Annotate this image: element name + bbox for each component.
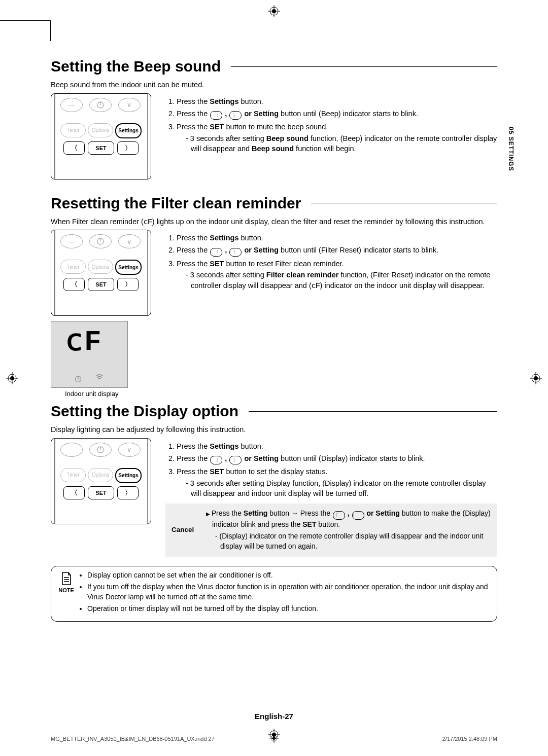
page-number: English-27 xyxy=(0,712,548,721)
wifi-icon xyxy=(95,374,104,383)
heading-display: Setting the Display option xyxy=(51,403,238,420)
cancel-step: Press the Setting button → Press the 〈 ,… xyxy=(206,509,491,529)
intro-filter: When Filter clean reminder (ᴄF) lights u… xyxy=(51,217,497,227)
s1-step2: Press the 〈 , 〉 or Setting button until … xyxy=(177,109,497,120)
right-nav: 〉 xyxy=(117,141,139,155)
note-box: NOTE Display option cannot be set when t… xyxy=(51,566,497,622)
s3-step2: Press the 〈 , 〉 or Setting button until … xyxy=(177,453,497,465)
unit-caption: Indoor unit display xyxy=(65,390,152,398)
options-button: Options xyxy=(88,123,113,137)
remote-illustration: — ∨ Timer Options Settings 〈 SET 〉 xyxy=(51,93,151,179)
cancel-sub: (Display) indicator on the remote contro… xyxy=(215,531,491,551)
intro-beep: Beep sound from the indoor unit can be m… xyxy=(51,80,497,90)
s2-step1: Press the Settings button. xyxy=(177,233,497,243)
note-2: If you turn off the display when the Vir… xyxy=(87,582,490,602)
s1-sub: 3 seconds after setting Beep sound funct… xyxy=(186,133,497,154)
note-1: Display option cannot be set when the ai… xyxy=(87,570,490,581)
s3-sub: 3 seconds after setting Display function… xyxy=(186,478,497,499)
settings-button: Settings xyxy=(115,123,142,138)
rule xyxy=(311,203,497,203)
left-nav: 〈 xyxy=(63,141,85,155)
s3-step1: Press the Settings button. xyxy=(177,441,497,451)
heading-filter: Resetting the Filter clean reminder xyxy=(51,195,301,212)
footer-date: 2/17/2015 2:48:09 PM xyxy=(442,736,497,742)
cancel-box: Cancel Press the Setting button → Press … xyxy=(165,503,497,556)
cf-indicator: ᴄF xyxy=(66,323,104,358)
s1-step3: Press the SET button to mute the beep so… xyxy=(177,122,497,154)
remote-illustration: — ∨ Timer Options Settings 〈 SET 〉 xyxy=(51,438,151,524)
note-3: Operation or timer display will not be t… xyxy=(87,604,490,614)
right-icon: 〉 xyxy=(229,111,242,120)
cancel-label: Cancel xyxy=(172,525,199,535)
s1-step1: Press the Settings button. xyxy=(177,96,497,106)
s2-sub: 3 seconds after setting Filter clean rem… xyxy=(186,270,497,291)
s2-step2: Press the 〈 , 〉 or Setting button until … xyxy=(177,245,497,257)
rule xyxy=(249,411,497,412)
indoor-unit-display: ᴄF ◷ xyxy=(51,321,128,388)
rule xyxy=(231,66,497,67)
remote-illustration: — ∨ Timer Options Settings 〈 SET 〉 xyxy=(51,230,151,316)
left-icon: 〈 xyxy=(210,111,222,120)
intro-display: Display lighting can be adjusted by foll… xyxy=(51,425,497,435)
clock-icon: ◷ xyxy=(75,374,82,383)
note-icon xyxy=(60,571,73,586)
timer-button: Timer xyxy=(60,123,86,137)
s2-step3: Press the SET button to reset Filter cle… xyxy=(177,259,497,291)
heading-beep: Setting the Beep sound xyxy=(51,58,221,75)
note-label: NOTE xyxy=(58,587,74,593)
s3-step3: Press the SET button to set the display … xyxy=(177,466,497,498)
set-button: SET xyxy=(88,141,114,155)
footer-file: MG_BETTER_INV_A3050_IB&IM_EN_DB68-05191A… xyxy=(51,736,215,742)
